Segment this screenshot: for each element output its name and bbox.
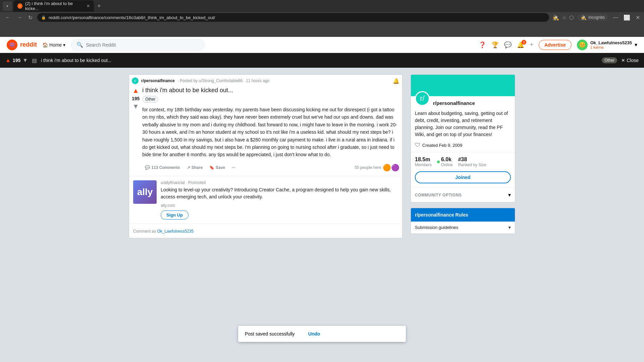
- community-icon: r/: [415, 91, 430, 106]
- vote-count: 195: [132, 96, 140, 101]
- url-text: reddit.com/r/personalfinance/comments/18…: [49, 15, 215, 20]
- username: Ok_Lawfulness5235: [590, 40, 632, 45]
- reddit-logo[interactable]: 👾 reddit: [7, 40, 37, 50]
- people-here-count: 55 people here: [355, 165, 381, 170]
- share-icon: ↗: [187, 165, 190, 170]
- share-button[interactable]: ↗ Share: [184, 163, 205, 172]
- comment-count: 113 Comments: [151, 165, 180, 170]
- tab-list-button[interactable]: ▾: [3, 1, 12, 11]
- sticky-close-icon: ✕: [621, 58, 625, 63]
- created-date: Created Feb 9, 2009: [422, 143, 462, 148]
- home-icon: 🏠: [42, 42, 48, 48]
- more-options-button[interactable]: ···: [229, 163, 238, 172]
- community-options[interactable]: COMMUNITY OPTIONS ▾: [411, 187, 515, 202]
- post-container: r/ r/personalfinance · Posted by u/Stron…: [129, 74, 402, 238]
- sticky-post-icon: ▤: [32, 57, 37, 64]
- ad-thumbnail: ally: [133, 180, 157, 204]
- tab-close-button[interactable]: ✕: [87, 4, 90, 8]
- advertise-button[interactable]: Advertise: [539, 40, 572, 50]
- home-button[interactable]: 🏠 Home ▾: [42, 42, 65, 48]
- members-label: Members: [415, 163, 432, 167]
- time-ago: 11 hours ago: [246, 78, 269, 83]
- reddit-icon: 👾: [7, 40, 17, 50]
- incognito-icon: 🕵: [552, 14, 559, 21]
- people-here: 55 people here 🟠🟣: [355, 164, 399, 172]
- bookmark-icon[interactable]: ☆: [562, 14, 567, 21]
- subreddit-name[interactable]: r/personalfinance: [141, 78, 175, 83]
- home-dropdown-icon: ▾: [63, 42, 65, 48]
- extensions-icon[interactable]: ⬡: [569, 14, 574, 21]
- comment-icon: 💬: [145, 165, 150, 170]
- browser-icons: 🕵 ☆ ⬡: [552, 14, 574, 21]
- sticky-close-button[interactable]: ✕ Close: [621, 58, 639, 63]
- community-created: 🛡 Created Feb 9, 2009: [411, 142, 515, 152]
- user-dropdown-icon[interactable]: ▾: [635, 42, 637, 48]
- tab-title: (2) i think i'm about to be kicke...: [25, 1, 84, 11]
- comment-area: Comment as Ok_Lawfulness5235: [129, 224, 402, 238]
- address-bar[interactable]: 🔒 reddit.com/r/personalfinance/comments/…: [37, 13, 549, 22]
- incognito-label: Incognito: [588, 15, 605, 20]
- award-icon[interactable]: 🏆: [491, 41, 499, 49]
- online-count: 6.0k: [441, 157, 453, 163]
- community-card: r/ r/personalfinance Learn about budgeti…: [411, 74, 515, 202]
- search-input[interactable]: [86, 42, 199, 48]
- online-label: Online: [441, 163, 453, 167]
- refresh-button[interactable]: ↻: [27, 14, 34, 21]
- plus-icon[interactable]: +: [530, 41, 533, 48]
- sticky-vote-controls: ▲ 195 ▼: [5, 57, 28, 63]
- home-label: Home: [49, 42, 62, 48]
- comments-button[interactable]: 💬 113 Comments: [142, 163, 182, 172]
- post-column: r/ r/personalfinance · Posted by u/Stron…: [129, 74, 402, 238]
- community-name[interactable]: r/personalfinance: [433, 100, 475, 106]
- avatar-cluster: 🟠🟣: [383, 164, 399, 172]
- forward-button[interactable]: →: [15, 14, 23, 21]
- notification-badge: 2: [522, 40, 526, 45]
- address-bar-row: ← → ↻ 🔒 reddit.com/r/personalfinance/com…: [0, 12, 644, 23]
- browser-tab[interactable]: r (2) i think i'm about to be kicke... ✕: [13, 0, 94, 12]
- share-label: Share: [192, 165, 203, 170]
- upvote-button[interactable]: ▲: [132, 87, 139, 95]
- ad-content: u/allyfinancial · Promoted Looking to le…: [161, 180, 398, 220]
- post-meta: · Posted by u/Strong_Comfortable86 11 ho…: [177, 78, 269, 83]
- ad-user: u/allyfinancial · Promoted: [161, 180, 398, 185]
- subscribe-bell-icon[interactable]: 🔔: [393, 78, 399, 84]
- new-tab-button[interactable]: +: [95, 3, 103, 10]
- minimize-button[interactable]: —: [613, 14, 618, 20]
- sticky-downvote-icon[interactable]: ▼: [22, 57, 28, 63]
- signup-button[interactable]: Sign Up: [161, 210, 189, 220]
- karma-count: 1 karma: [590, 45, 632, 49]
- sticky-close-label: Close: [627, 58, 639, 63]
- comment-username[interactable]: Ok_Lawfulness5235: [157, 229, 194, 234]
- post-body: ▲ 195 ▼ i think i'm about to be kicked o…: [129, 84, 402, 176]
- community-description: Learn about budgeting, saving, getting o…: [411, 110, 515, 142]
- user-area[interactable]: 😊 Ok_Lawfulness5235 1 karma ▾: [577, 40, 637, 50]
- downvote-button[interactable]: ▼: [132, 103, 139, 110]
- post-flair[interactable]: Other: [142, 96, 158, 103]
- search-icon: 🔍: [76, 42, 83, 48]
- more-icon: ···: [232, 165, 235, 170]
- close-window-button[interactable]: ✕: [636, 14, 640, 21]
- shield-icon: 🛡: [415, 142, 420, 148]
- submission-chevron: ▾: [508, 225, 511, 230]
- maximize-button[interactable]: ⬜: [624, 14, 630, 21]
- sticky-upvote-icon[interactable]: ▲: [5, 57, 11, 63]
- incognito-hat-icon: 🕵: [581, 15, 586, 20]
- post-header: r/ r/personalfinance · Posted by u/Stron…: [129, 75, 402, 84]
- promoted-label: Promoted: [188, 180, 206, 185]
- submission-guidelines[interactable]: Submission guidelines ▾: [411, 222, 515, 234]
- post-title: i think i'm about to be kicked out...: [142, 87, 399, 94]
- help-icon[interactable]: ❓: [479, 41, 486, 49]
- ad-username[interactable]: u/allyfinancial: [161, 180, 185, 185]
- sticky-post-title: i think i'm about to be kicked out...: [41, 58, 598, 63]
- chat-icon[interactable]: 💬: [504, 41, 512, 49]
- community-header: r/ r/personalfinance: [411, 96, 515, 110]
- submission-guidelines-label: Submission guidelines: [415, 225, 458, 230]
- save-button[interactable]: 🔖 Save: [207, 163, 228, 172]
- search-bar[interactable]: 🔍: [71, 39, 205, 51]
- back-button[interactable]: ←: [4, 14, 12, 21]
- post-content: i think i'm about to be kicked out... Ot…: [142, 84, 402, 176]
- ad-url: ally.com: [161, 203, 398, 208]
- notification-bell[interactable]: 🔔 2: [517, 41, 524, 49]
- join-button[interactable]: Joined: [415, 171, 511, 183]
- community-options-label: COMMUNITY OPTIONS: [415, 193, 462, 197]
